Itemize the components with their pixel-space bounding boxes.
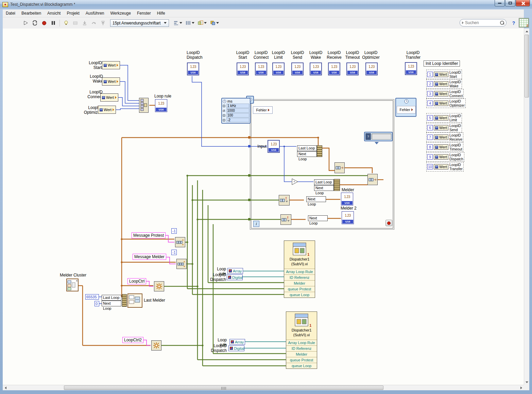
subvi-row-id-referenz[interactable]: ID Referenz bbox=[284, 274, 315, 280]
font-selector[interactable]: 15pt Anwendungsschriftart bbox=[110, 19, 169, 27]
terminal-receive[interactable]: 1.23U16 bbox=[328, 62, 340, 75]
last-melder-cluster-constant[interactable] bbox=[127, 293, 142, 308]
pause-button[interactable] bbox=[49, 19, 57, 27]
search-input[interactable] bbox=[465, 20, 499, 25]
next-loop-output-label-2[interactable]: Next Loop bbox=[308, 215, 328, 221]
run-button[interactable] bbox=[21, 19, 30, 27]
property-node-connect-wert[interactable]: Wert bbox=[100, 93, 118, 102]
subvi-row-melder[interactable]: Melder bbox=[284, 280, 315, 286]
label-loopid-optimizer[interactable]: LoopID Optimizer bbox=[74, 105, 101, 115]
queue-wires[interactable] bbox=[161, 176, 367, 366]
menu-hilfe[interactable]: Hilfe bbox=[154, 10, 168, 17]
bundle3-last-loop[interactable]: Last Loop bbox=[102, 295, 121, 301]
horizontal-scroll-thumb[interactable] bbox=[64, 386, 383, 390]
label-loopid-connect[interactable]: LoopID Connect bbox=[79, 90, 103, 100]
terminal-timeout[interactable]: 1.23U16 bbox=[346, 62, 359, 75]
timing-dt-value[interactable]: 1000 bbox=[226, 108, 249, 113]
init-row-1[interactable]: 1WertLoopID Start bbox=[426, 70, 462, 79]
minimize-button[interactable] bbox=[495, 0, 505, 6]
distribute-objects-dropdown[interactable] bbox=[184, 19, 196, 27]
timed-loop-error-out[interactable]: Fehler bbox=[397, 106, 416, 113]
align-objects-dropdown[interactable] bbox=[172, 19, 184, 27]
property-node-wake-wert[interactable]: Wert bbox=[102, 77, 120, 86]
iteration-terminal[interactable]: i bbox=[253, 221, 259, 227]
dequeue-wait-node[interactable]: ! bbox=[279, 195, 290, 205]
vertical-scrollbar[interactable] bbox=[524, 29, 529, 385]
scroll-down-arrow[interactable] bbox=[524, 379, 530, 385]
occurrence-node[interactable] bbox=[154, 281, 164, 291]
menu-ausfuehren[interactable]: Ausführen bbox=[83, 10, 107, 17]
label-terminal-timeout[interactable]: LoopID Timeout bbox=[342, 50, 363, 60]
terminal-input[interactable]: 1.23U16 bbox=[268, 140, 280, 153]
subvi-row-id-referenz[interactable]: ID Referenz bbox=[286, 345, 317, 351]
reorder-objects-dropdown[interactable] bbox=[209, 19, 220, 27]
menu-projekt[interactable]: Projekt bbox=[64, 10, 82, 17]
close-button[interactable] bbox=[516, 0, 530, 6]
terminal-wake[interactable]: 1.23U16 bbox=[310, 62, 322, 75]
label-terminal-optimizer[interactable]: LoopID Optimizer bbox=[360, 50, 382, 60]
vertical-scroll-thumb[interactable] bbox=[525, 35, 529, 97]
menu-fenster[interactable]: Fenster bbox=[134, 10, 154, 17]
step-into-button[interactable] bbox=[80, 19, 89, 27]
digital-ring-constant[interactable]: Digital bbox=[227, 274, 243, 280]
terminal-limit[interactable]: 1.23U16 bbox=[272, 62, 285, 75]
timed-loop-right-header[interactable]: Fehler bbox=[395, 98, 416, 117]
subvi-row-melder[interactable]: Melder bbox=[286, 351, 317, 357]
integer-wires[interactable] bbox=[99, 65, 313, 304]
init-row-6[interactable]: 6WertLoopID Send bbox=[426, 123, 462, 132]
melder-cluster-control[interactable]: 4 bbox=[66, 279, 79, 291]
loopctrl-label[interactable]: LoopCtrl bbox=[127, 278, 146, 284]
label-melder[interactable]: Melder bbox=[342, 187, 354, 192]
terminal-connect[interactable]: 1.23U16 bbox=[255, 62, 267, 75]
subvi-row-queue-loop[interactable]: queue Loop bbox=[286, 363, 317, 369]
property-node-start-wert[interactable]: Wert bbox=[102, 61, 120, 69]
constant-neg1[interactable]: -1 bbox=[171, 228, 177, 234]
message-melder-label[interactable]: Message Melder bbox=[133, 254, 166, 260]
bundle2-last-loop[interactable]: Last Loop bbox=[314, 179, 334, 185]
vi-icon-pane[interactable]: 2 bbox=[519, 18, 529, 28]
menu-werkzeuge[interactable]: Werkzeuge bbox=[107, 10, 134, 17]
loop-rule-indicator-terminal[interactable]: 1.23U16 bbox=[155, 99, 167, 112]
abort-button[interactable] bbox=[40, 19, 48, 27]
label-terminal-transfer[interactable]: LoopID Transfer bbox=[401, 50, 425, 60]
bundle1-last-loop[interactable]: Last Loop bbox=[297, 145, 317, 151]
terminal-start[interactable]: 1.23U16 bbox=[237, 62, 249, 75]
menu-datei[interactable]: Datei bbox=[3, 10, 18, 17]
resize-objects-dropdown[interactable] bbox=[196, 19, 208, 27]
loopctrl2-label[interactable]: LoopCtrl2 bbox=[122, 337, 143, 343]
label-terminal-wake[interactable]: LoopID Wake bbox=[306, 50, 326, 60]
timed-loop-config[interactable]: ms 1 kHz dt1000 100 -2 bbox=[221, 98, 251, 124]
feedback-dropdown-icon[interactable] bbox=[375, 142, 379, 144]
timing-period-value[interactable]: 100 bbox=[226, 113, 249, 118]
timing-offset-value[interactable]: -2 bbox=[226, 118, 249, 122]
maximize-button[interactable] bbox=[505, 0, 515, 6]
bundle-by-name-node[interactable] bbox=[122, 294, 127, 307]
dispatcher1-subvi[interactable]: 1 Dispatcher1 (SubVI).vi Array Loop Rule… bbox=[284, 240, 315, 298]
init-row-10[interactable]: 10WertLoopID Transfer bbox=[426, 162, 464, 172]
enqueue-node-2[interactable] bbox=[367, 174, 378, 185]
step-over-button[interactable] bbox=[89, 19, 98, 27]
subvi-row-array-loop-rule[interactable]: Array Loop Rule bbox=[284, 269, 315, 274]
terminal-send[interactable]: 1.23U16 bbox=[291, 62, 304, 75]
block-diagram[interactable]: LoopID Start Wert LoopID Wake Wert LoopI… bbox=[3, 29, 524, 385]
retain-wire-values-button[interactable] bbox=[71, 19, 80, 27]
obtain-queue-node-2[interactable] bbox=[176, 259, 187, 269]
highlight-execution-button[interactable] bbox=[62, 19, 70, 27]
loop-stop-button[interactable] bbox=[385, 220, 392, 226]
init-row-4[interactable]: 4WertLoopID Optimizer bbox=[426, 98, 466, 108]
help-button[interactable]: ? bbox=[510, 19, 517, 26]
label-loop-rule[interactable]: Loop rule bbox=[154, 94, 171, 98]
label-loopid-dispatch[interactable]: LoopID Dispatch bbox=[187, 50, 208, 60]
melder-indicator[interactable]: 1.23U16 bbox=[341, 193, 353, 205]
bundle-by-name-node[interactable] bbox=[334, 179, 340, 191]
label-terminal-start[interactable]: LoopID Start bbox=[233, 50, 253, 60]
build-array-node[interactable] bbox=[139, 98, 149, 113]
bundle1-next-loop[interactable]: Next Loop bbox=[297, 151, 317, 157]
timed-loop-error-in[interactable]: Fehler bbox=[253, 106, 273, 114]
bundle3-next-loop[interactable]: Next Loop bbox=[102, 301, 121, 306]
constant-0[interactable]: 0 bbox=[95, 301, 99, 306]
menu-bearbeiten[interactable]: Bearbeiten bbox=[18, 10, 44, 17]
init-row-3[interactable]: 3WertLoopID Connect bbox=[426, 89, 464, 98]
label-d1-loopid-dispatch[interactable]: LoopID Dispatch bbox=[208, 272, 226, 282]
dequeue-wait-node-2[interactable]: ! bbox=[280, 214, 291, 225]
